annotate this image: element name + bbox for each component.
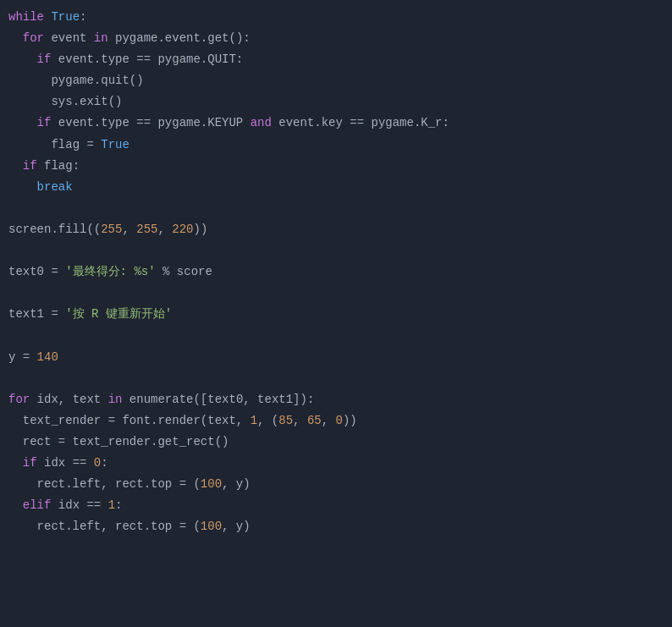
number-1b: 1 — [108, 498, 115, 512]
code-line-5: sys.exit() — [0, 91, 672, 113]
keyword-and: and — [251, 116, 272, 129]
code-line-blank-3 — [0, 283, 672, 304]
code-line-17: if idx == 0: — [0, 453, 672, 474]
number-0: 0 — [336, 414, 343, 427]
code-line-3: if event.type == pygame.QUIT: — [0, 49, 672, 70]
number-140: 140 — [37, 350, 58, 364]
keyword-in: in — [94, 31, 108, 45]
string-cn-1: '最终得分: %s' — [65, 265, 155, 278]
keyword-for: for — [23, 31, 44, 45]
code-line-6: if event.type == pygame.KEYUP and event.… — [0, 113, 672, 134]
code-line-2: for event in pygame.event.get(): — [0, 28, 672, 49]
keyword-if-4: if — [23, 456, 37, 470]
value-true-2: True — [101, 138, 129, 151]
code-line-15: text_render = font.render(text, 1, (85, … — [0, 410, 672, 432]
keyword-while: while — [8, 10, 44, 24]
keyword-if-3: if — [23, 159, 37, 173]
code-line-16: rect = text_render.get_rect() — [0, 432, 672, 453]
code-line-9: break — [0, 177, 672, 198]
code-line-20: rect.left, rect.top = (100, y) — [0, 516, 672, 537]
number-100a: 100 — [201, 477, 222, 491]
code-line-10: screen.fill((255, 255, 220)) — [0, 219, 672, 240]
code-line-18: rect.left, rect.top = (100, y) — [0, 474, 672, 495]
code-line-13: y = 140 — [0, 347, 672, 368]
number-255b: 255 — [136, 223, 157, 236]
keyword-in-2: in — [108, 393, 123, 406]
keyword-for-2: for — [8, 393, 30, 406]
number-0b: 0 — [94, 456, 101, 470]
code-line-7: flag = True — [0, 135, 672, 156]
number-255a: 255 — [101, 223, 122, 236]
keyword-elif: elif — [23, 498, 52, 512]
code-line-4: pygame.quit() — [0, 70, 672, 91]
keyword-if-1: if — [37, 52, 52, 66]
code-line-1: while True: — [0, 7, 672, 28]
code-line-blank-1 — [0, 198, 672, 219]
value-true: True — [51, 10, 80, 24]
code-line-blank-5 — [0, 368, 672, 389]
number-85: 85 — [278, 414, 293, 427]
code-editor: while True: for event in pygame.event.ge… — [0, 0, 672, 544]
keyword-if-2: if — [37, 116, 52, 129]
code-line-blank-4 — [0, 325, 672, 346]
string-cn-2: '按 R 键重新开始' — [65, 307, 172, 321]
keyword-break: break — [37, 180, 73, 194]
code-line-blank-2 — [0, 240, 672, 261]
code-line-14: for idx, text in enumerate([text0, text1… — [0, 389, 672, 410]
code-line-11: text0 = '最终得分: %s' % score — [0, 261, 672, 283]
code-line-19: elif idx == 1: — [0, 495, 672, 516]
number-65: 65 — [307, 414, 322, 427]
code-line-12: text1 = '按 R 键重新开始' — [0, 304, 672, 325]
code-line-8: if flag: — [0, 156, 672, 177]
number-1: 1 — [251, 414, 257, 427]
number-100b: 100 — [201, 520, 222, 533]
number-220: 220 — [172, 223, 193, 236]
